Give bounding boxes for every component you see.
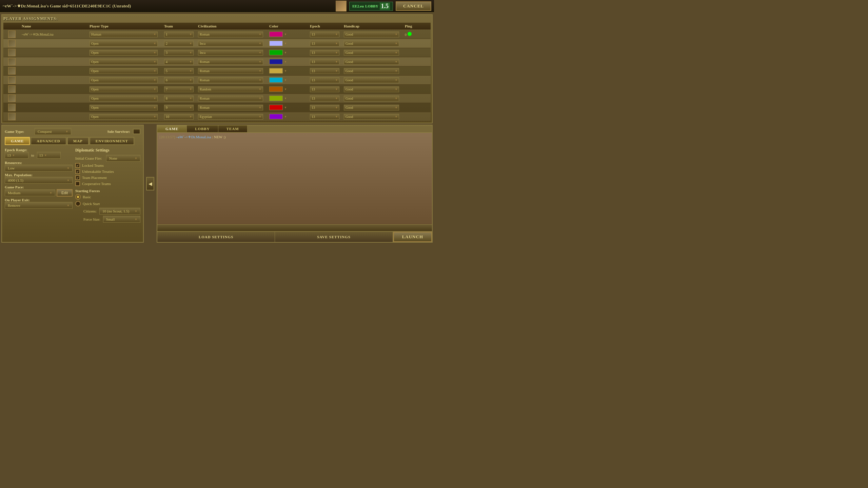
chat-tab-team[interactable]: Team xyxy=(218,125,248,132)
tab-map[interactable]: Map xyxy=(67,137,89,145)
max-pop-dropdown[interactable]: 4000 (1.5) ▼ xyxy=(5,177,73,184)
epoch-from-dropdown[interactable]: 13 ▼ xyxy=(5,152,28,159)
handicap-dropdown[interactable]: Good▼ xyxy=(344,41,399,46)
player-type-dropdown[interactable]: Open▼ xyxy=(90,59,158,65)
max-pop-value: 4000 (1.5) xyxy=(8,178,23,182)
player-type-dropdown[interactable]: Open▼ xyxy=(90,86,158,92)
chat-tab-lobby[interactable]: Lobby xyxy=(187,125,218,132)
civilization-dropdown[interactable]: Roman▼ xyxy=(198,77,263,83)
player-type-dropdown[interactable]: Open▼ xyxy=(90,77,158,83)
handicap-dropdown[interactable]: Good▼ xyxy=(344,96,399,101)
civilization-dropdown[interactable]: Inca▼ xyxy=(198,41,263,46)
epoch-dropdown[interactable]: 13▼ xyxy=(310,41,339,46)
color-swatch[interactable] xyxy=(269,32,283,37)
epoch-to-dropdown[interactable]: 13 ▼ xyxy=(37,152,61,159)
civilization-dropdown[interactable]: Inca▼ xyxy=(198,50,263,56)
player-type-dropdown[interactable]: Open▼ xyxy=(90,96,158,101)
handicap-dropdown[interactable]: Good▼ xyxy=(344,68,399,74)
epoch-cell: 13▼ xyxy=(309,58,342,65)
epoch-dropdown[interactable]: 13▼ xyxy=(310,96,339,101)
ping-cell xyxy=(403,52,431,53)
color-swatch[interactable] xyxy=(269,114,283,119)
epoch-dropdown[interactable]: 13▼ xyxy=(310,32,339,37)
team-dropdown[interactable]: 4▼ xyxy=(164,59,194,65)
load-settings-button[interactable]: Load Settings xyxy=(157,232,275,242)
epoch-dropdown[interactable]: 13▼ xyxy=(310,114,339,120)
epoch-dropdown[interactable]: 13▼ xyxy=(310,50,339,56)
handicap-dropdown[interactable]: Good▼ xyxy=(344,86,399,92)
player-type-dropdown[interactable]: Open▼ xyxy=(90,68,158,74)
handicap-dropdown[interactable]: Good▼ xyxy=(344,114,399,120)
locked-teams-checkbox[interactable] xyxy=(75,163,80,168)
epoch-dropdown[interactable]: 13▼ xyxy=(310,59,339,65)
cancel-button[interactable]: Cancel xyxy=(396,1,431,11)
quick-start-radio[interactable] xyxy=(75,201,81,206)
epoch-cell: 13▼ xyxy=(309,67,342,75)
team-dropdown[interactable]: 6▼ xyxy=(164,77,194,83)
team-dropdown[interactable]: 8▼ xyxy=(164,96,194,101)
civilization-dropdown[interactable]: Roman▼ xyxy=(198,105,263,110)
citizens-dropdown[interactable]: 10 (no Scout, 1.5) ▼ xyxy=(99,208,140,215)
team-dropdown[interactable]: 2▼ xyxy=(164,41,194,46)
team-placement-checkbox[interactable] xyxy=(75,175,80,180)
player-type-dropdown[interactable]: Open▼ xyxy=(90,50,158,56)
basic-radio[interactable] xyxy=(75,194,81,200)
team-dropdown[interactable]: 10▼ xyxy=(164,114,194,120)
handicap-dropdown[interactable]: Good▼ xyxy=(344,32,399,37)
civilization-dropdown[interactable]: Roman▼ xyxy=(198,32,263,37)
color-swatch[interactable] xyxy=(269,77,283,83)
epoch-dropdown[interactable]: 13▼ xyxy=(310,105,339,110)
team-dropdown[interactable]: 5▼ xyxy=(164,68,194,74)
unbreakable-treaties-checkbox[interactable] xyxy=(75,169,80,174)
handicap-dropdown[interactable]: Good▼ xyxy=(344,105,399,110)
cooperative-teams-checkbox[interactable] xyxy=(75,181,80,186)
chat-tab-game[interactable]: Game xyxy=(157,125,187,132)
citizens-row: Citizens: 10 (no Scout, 1.5) ▼ xyxy=(75,208,140,215)
player-type-dropdown[interactable]: Open▼ xyxy=(90,105,158,110)
launch-button[interactable]: Launch xyxy=(393,232,432,242)
color-swatch[interactable] xyxy=(269,96,283,101)
epoch-dropdown[interactable]: 13▼ xyxy=(310,86,339,92)
player-type-dropdown[interactable]: Open▼ xyxy=(90,41,158,46)
on-player-exit-dropdown[interactable]: Remove ▼ xyxy=(5,202,73,209)
cease-fire-dropdown[interactable]: None ▼ xyxy=(106,155,140,162)
civilization-dropdown[interactable]: Egyptian▼ xyxy=(198,114,263,120)
game-pace-dropdown[interactable]: Medium ▼ xyxy=(5,189,55,196)
civilization-dropdown[interactable]: Roman▼ xyxy=(198,68,263,74)
civilization-dropdown[interactable]: Random▼ xyxy=(198,86,263,92)
player-type-dropdown[interactable]: Open▼ xyxy=(90,114,158,120)
team-dropdown[interactable]: 9▼ xyxy=(164,105,194,110)
save-settings-button[interactable]: Save Settings xyxy=(275,232,393,242)
civilization-dropdown[interactable]: Roman▼ xyxy=(198,59,263,65)
force-size-dropdown[interactable]: Small ▼ xyxy=(103,216,140,223)
expand-arrow-button[interactable]: ◀ xyxy=(146,177,154,190)
team-dropdown[interactable]: 3▼ xyxy=(164,50,194,56)
tab-advanced[interactable]: Advanced xyxy=(31,137,66,145)
tab-game[interactable]: Game xyxy=(5,137,30,145)
color-swatch[interactable] xyxy=(269,50,283,55)
player-type-cell: Open▼ xyxy=(88,104,163,111)
color-swatch[interactable] xyxy=(269,59,283,64)
handicap-dropdown[interactable]: Good▼ xyxy=(344,59,399,65)
color-swatch[interactable] xyxy=(269,105,283,110)
color-swatch[interactable] xyxy=(269,86,283,92)
chat-input-area[interactable] xyxy=(157,224,432,231)
color-swatch[interactable] xyxy=(269,41,283,46)
color-swatch[interactable] xyxy=(269,68,283,74)
message-text: : NEW :) xyxy=(212,135,225,139)
sole-survivor-toggle[interactable] xyxy=(133,129,140,134)
edit-button[interactable]: Edit xyxy=(57,189,73,197)
tab-environment[interactable]: Environment xyxy=(90,137,134,145)
player-small-icon xyxy=(8,95,16,102)
handicap-dropdown[interactable]: Good▼ xyxy=(344,77,399,83)
handicap-dropdown[interactable]: Good▼ xyxy=(344,50,399,56)
game-type-dropdown[interactable]: Conquest ▼ xyxy=(35,128,71,135)
epoch-dropdown[interactable]: 13▼ xyxy=(310,68,339,74)
civilization-dropdown[interactable]: Roman▼ xyxy=(198,96,263,101)
team-arrow-icon: ▼ xyxy=(189,88,192,91)
epoch-dropdown[interactable]: 13▼ xyxy=(310,77,339,83)
resources-dropdown[interactable]: Low ▼ xyxy=(5,165,73,171)
team-dropdown[interactable]: 1▼ xyxy=(164,32,194,37)
team-dropdown[interactable]: 7▼ xyxy=(164,86,194,92)
player-type-dropdown[interactable]: Human▼ xyxy=(90,32,158,37)
